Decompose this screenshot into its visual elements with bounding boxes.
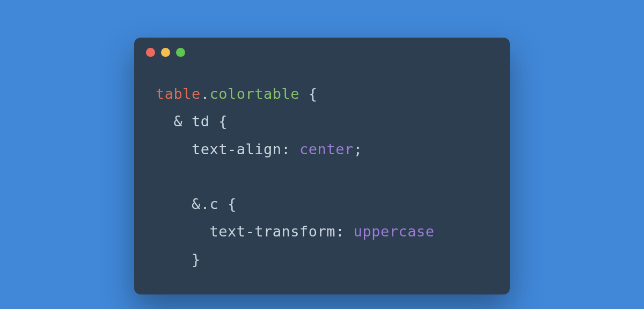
- code-token-property: text-transform: [210, 223, 336, 240]
- code-token-dot: .: [201, 196, 210, 212]
- code-token-brace: {: [228, 196, 237, 212]
- code-indent: [156, 113, 174, 130]
- code-line: &.c {: [156, 190, 488, 218]
- code-token-tag: table: [156, 85, 201, 102]
- code-token-brace: {: [299, 85, 318, 102]
- code-token-property: text-align: [192, 141, 282, 157]
- code-line: [156, 163, 488, 190]
- code-token-selector: c: [210, 196, 228, 212]
- code-indent: [156, 251, 192, 268]
- code-token-semicolon: ;: [354, 141, 363, 157]
- code-token-selector: td: [192, 113, 218, 130]
- minimize-icon[interactable]: [161, 48, 170, 57]
- code-indent: [156, 196, 192, 212]
- code-token-value: center: [299, 141, 354, 157]
- code-token-colon: :: [335, 223, 354, 240]
- code-token-brace: }: [192, 251, 201, 268]
- code-token-dot: .: [201, 85, 210, 102]
- code-indent: [156, 141, 192, 157]
- code-token-value: uppercase: [354, 223, 435, 240]
- code-line: text-align: center;: [156, 135, 488, 163]
- code-indent: [156, 223, 210, 240]
- code-token-class: colortable: [210, 85, 300, 102]
- code-line: }: [156, 246, 488, 273]
- code-token-amp: &: [174, 113, 192, 130]
- code-token-colon: :: [282, 141, 300, 157]
- close-icon[interactable]: [146, 48, 155, 57]
- maximize-icon[interactable]: [176, 48, 185, 57]
- code-token-amp: &: [192, 196, 201, 212]
- code-editor-window: table.colortable { & td { text-align: ce…: [134, 38, 510, 294]
- code-line: & td {: [156, 107, 488, 135]
- code-line: text-transform: uppercase: [156, 218, 488, 245]
- window-titlebar: [134, 38, 510, 67]
- code-line: table.colortable {: [156, 80, 488, 107]
- code-content: table.colortable { & td { text-align: ce…: [134, 67, 510, 294]
- code-token-brace: {: [218, 113, 228, 130]
- code-blank-line: [156, 168, 165, 185]
